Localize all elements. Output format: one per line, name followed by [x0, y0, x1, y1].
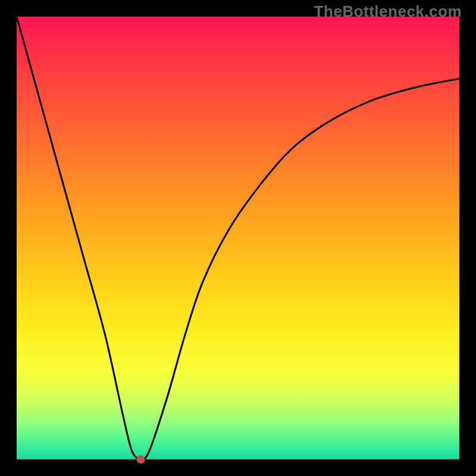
- chart-frame: TheBottleneck.com: [0, 0, 476, 476]
- curve-layer: [17, 17, 459, 459]
- bottleneck-curve: [17, 17, 459, 459]
- optimum-marker: [136, 455, 145, 464]
- watermark-text: TheBottleneck.com: [314, 2, 462, 21]
- plot-area: [17, 17, 459, 459]
